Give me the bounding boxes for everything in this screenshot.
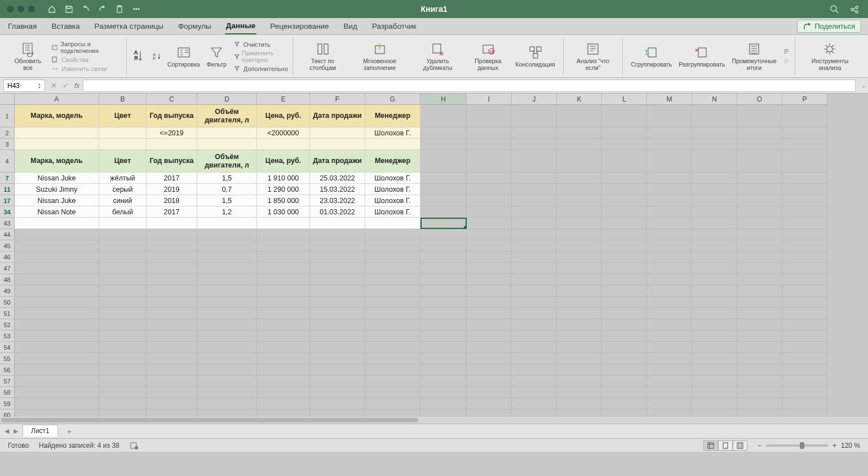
more-icon[interactable] <box>132 5 141 14</box>
cell-F59[interactable] <box>310 398 365 409</box>
cell-P43[interactable] <box>782 218 827 229</box>
cell-O55[interactable] <box>737 353 782 364</box>
row-header-17[interactable]: 17 <box>0 195 15 206</box>
cell-M1[interactable] <box>647 105 692 127</box>
cell-F57[interactable] <box>310 376 365 387</box>
row-header-4[interactable]: 4 <box>0 150 15 173</box>
row-header-58[interactable]: 58 <box>0 387 15 398</box>
tab-view[interactable]: Вид <box>343 19 358 34</box>
cell-G44[interactable] <box>365 229 420 240</box>
consolidate-button[interactable]: Консолидация <box>512 45 559 68</box>
cell-G57[interactable] <box>365 376 420 387</box>
cell-K48[interactable] <box>557 274 602 285</box>
cell-C43[interactable] <box>147 218 197 229</box>
column-header-E[interactable]: E <box>257 94 310 105</box>
cell-C57[interactable] <box>147 376 197 387</box>
sheet-prev-button[interactable]: ◀ <box>5 427 9 435</box>
cell-E59[interactable] <box>257 398 310 409</box>
tab-formulas[interactable]: Формулы <box>177 19 212 34</box>
cell-E43[interactable] <box>257 218 310 229</box>
cell-H4[interactable] <box>420 150 467 173</box>
cell-A11[interactable]: Suzuki Jimny <box>15 184 99 195</box>
cell-B17[interactable]: синий <box>99 195 147 206</box>
cell-J52[interactable] <box>512 319 557 330</box>
cell-I4[interactable] <box>467 150 512 173</box>
cell-M46[interactable] <box>647 252 692 263</box>
cell-H46[interactable] <box>420 252 467 263</box>
zoom-level[interactable]: 120 % <box>841 442 860 449</box>
horizontal-scrollbar[interactable] <box>0 417 868 424</box>
cell-E3[interactable] <box>257 139 310 150</box>
cell-N48[interactable] <box>692 274 737 285</box>
cell-G7[interactable]: Шолохов Г. <box>365 173 420 184</box>
cell-E45[interactable] <box>257 240 310 252</box>
cell-C48[interactable] <box>147 274 197 285</box>
cell-K52[interactable] <box>557 319 602 330</box>
cell-B56[interactable] <box>99 364 147 376</box>
cell-M47[interactable] <box>647 263 692 274</box>
cell-K44[interactable] <box>557 229 602 240</box>
cell-C55[interactable] <box>147 353 197 364</box>
cell-J50[interactable] <box>512 297 557 308</box>
cell-J34[interactable] <box>512 206 557 218</box>
cell-L55[interactable] <box>602 353 647 364</box>
cell-H51[interactable] <box>420 308 467 319</box>
column-header-L[interactable]: L <box>602 94 647 105</box>
cell-K47[interactable] <box>557 263 602 274</box>
cancel-formula-button[interactable]: ✕ <box>51 81 57 90</box>
cell-G47[interactable] <box>365 263 420 274</box>
cell-B34[interactable]: белый <box>99 206 147 218</box>
cell-G48[interactable] <box>365 274 420 285</box>
cell-D55[interactable] <box>197 353 257 364</box>
cell-N3[interactable] <box>692 139 737 150</box>
cell-P56[interactable] <box>782 364 827 376</box>
cell-F3[interactable] <box>310 139 365 150</box>
flash-fill-button[interactable]: Мгновенное заполнение <box>348 41 411 71</box>
tab-insert[interactable]: Вставка <box>50 19 81 34</box>
cell-L53[interactable] <box>602 330 647 342</box>
normal-view-button[interactable] <box>703 440 718 451</box>
cell-H7[interactable] <box>420 173 467 184</box>
cell-B57[interactable] <box>99 376 147 387</box>
cell-N44[interactable] <box>692 229 737 240</box>
tab-page-layout[interactable]: Разметка страницы <box>94 19 165 34</box>
cell-L43[interactable] <box>602 218 647 229</box>
column-header-H[interactable]: H <box>420 94 467 105</box>
cell-M7[interactable] <box>647 173 692 184</box>
row-header-1[interactable]: 1 <box>0 105 15 127</box>
cell-I50[interactable] <box>467 297 512 308</box>
cell-C46[interactable] <box>147 252 197 263</box>
column-header-C[interactable]: C <box>147 94 197 105</box>
cell-J45[interactable] <box>512 240 557 252</box>
cell-D56[interactable] <box>197 364 257 376</box>
zoom-thumb[interactable] <box>800 442 804 449</box>
column-header-O[interactable]: O <box>737 94 782 105</box>
cell-N53[interactable] <box>692 330 737 342</box>
cell-J3[interactable] <box>512 139 557 150</box>
undo-icon[interactable] <box>81 5 90 14</box>
cell-L52[interactable] <box>602 319 647 330</box>
reapply-filter-button[interactable]: Применить повторно <box>233 50 288 63</box>
cell-G54[interactable] <box>365 342 420 353</box>
cell-N54[interactable] <box>692 342 737 353</box>
cell-L34[interactable] <box>602 206 647 218</box>
subtotal-button[interactable]: Промежуточные итоги <box>728 41 780 71</box>
cell-A44[interactable] <box>15 229 99 240</box>
cell-D34[interactable]: 1,2 <box>197 206 257 218</box>
page-layout-view-button[interactable] <box>718 440 733 451</box>
cell-B46[interactable] <box>99 252 147 263</box>
cell-N1[interactable] <box>692 105 737 127</box>
cell-E1[interactable]: Цена, руб. <box>257 105 310 127</box>
column-header-F[interactable]: F <box>310 94 365 105</box>
cell-C34[interactable]: 2017 <box>147 206 197 218</box>
cell-M59[interactable] <box>647 398 692 409</box>
fx-label[interactable]: fx <box>74 82 79 90</box>
cell-C44[interactable] <box>147 229 197 240</box>
cell-N11[interactable] <box>692 184 737 195</box>
cell-H58[interactable] <box>420 387 467 398</box>
cell-C54[interactable] <box>147 342 197 353</box>
row-header-56[interactable]: 56 <box>0 364 15 376</box>
cell-E50[interactable] <box>257 297 310 308</box>
cell-O47[interactable] <box>737 263 782 274</box>
whatif-button[interactable]: Анализ "что если" <box>568 41 618 71</box>
